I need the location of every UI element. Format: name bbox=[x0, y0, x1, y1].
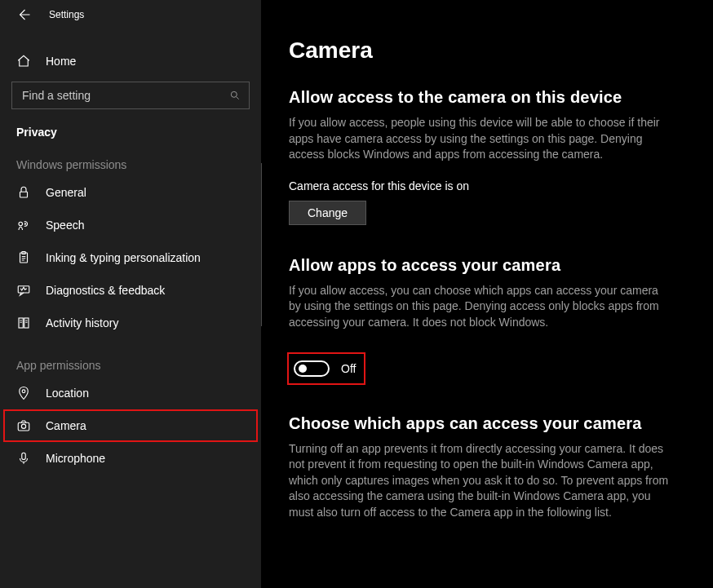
svg-rect-11 bbox=[22, 453, 26, 459]
sidebar-item-camera[interactable]: Camera bbox=[3, 409, 258, 442]
section-choose-apps-title: Choose which apps can access your camera bbox=[289, 414, 689, 433]
search-input[interactable] bbox=[20, 88, 229, 103]
section-device-access-desc: If you allow access, people using this d… bbox=[289, 115, 672, 163]
svg-rect-1 bbox=[20, 192, 28, 197]
home-icon bbox=[16, 54, 31, 69]
search-icon bbox=[229, 90, 241, 101]
group-app-permissions: App permissions bbox=[0, 339, 261, 377]
toggle-state-label: Off bbox=[341, 362, 356, 375]
titlebar: Settings bbox=[0, 0, 261, 29]
feedback-icon bbox=[16, 283, 31, 298]
toggle-knob bbox=[299, 365, 307, 373]
app-access-toggle[interactable] bbox=[294, 360, 330, 377]
svg-point-8 bbox=[22, 390, 25, 393]
back-icon[interactable] bbox=[16, 7, 31, 22]
speech-icon bbox=[16, 218, 31, 232]
sidebar-panel: Settings Home Privacy Windows permission… bbox=[0, 0, 261, 588]
home-nav[interactable]: Home bbox=[0, 46, 261, 77]
search-box[interactable] bbox=[11, 82, 250, 109]
lock-icon bbox=[16, 185, 31, 200]
location-icon bbox=[16, 386, 31, 400]
sidebar-current-section: Privacy bbox=[0, 109, 261, 139]
sidebar-item-inking[interactable]: Inking & typing personalization bbox=[0, 241, 261, 274]
microphone-icon bbox=[16, 451, 31, 466]
page-title: Camera bbox=[289, 38, 689, 64]
sidebar-item-label: Microphone bbox=[46, 452, 105, 465]
sidebar-item-label: Diagnostics & feedback bbox=[46, 284, 165, 297]
sidebar-item-speech[interactable]: Speech bbox=[0, 209, 261, 241]
home-label: Home bbox=[46, 55, 76, 68]
device-access-status: Camera access for this device is on bbox=[289, 179, 689, 192]
section-app-access-title: Allow apps to access your camera bbox=[289, 256, 689, 275]
sidebar-item-label: Location bbox=[46, 387, 89, 400]
content-panel: Camera Allow access to the camera on thi… bbox=[261, 0, 713, 588]
camera-icon bbox=[16, 418, 31, 433]
sidebar-item-label: Camera bbox=[46, 419, 86, 432]
sidebar-item-label: Speech bbox=[46, 219, 84, 232]
svg-point-0 bbox=[231, 91, 237, 97]
clipboard-icon bbox=[16, 250, 31, 265]
sidebar-item-label: Activity history bbox=[46, 316, 118, 329]
svg-point-2 bbox=[19, 222, 23, 226]
sidebar-item-label: General bbox=[46, 186, 86, 199]
scroll-indicator[interactable] bbox=[261, 163, 262, 326]
group-windows-permissions: Windows permissions bbox=[0, 139, 261, 176]
section-app-access-desc: If you allow access, you can choose whic… bbox=[289, 283, 672, 331]
sidebar-item-label: Inking & typing personalization bbox=[46, 251, 201, 264]
section-choose-apps-desc: Turning off an app prevents it from dire… bbox=[289, 441, 672, 521]
svg-rect-7 bbox=[24, 318, 29, 328]
sidebar-item-microphone[interactable]: Microphone bbox=[0, 442, 261, 475]
activity-history-icon bbox=[16, 316, 31, 330]
svg-point-10 bbox=[21, 424, 25, 428]
sidebar-item-diagnostics[interactable]: Diagnostics & feedback bbox=[0, 274, 261, 307]
sidebar-item-general[interactable]: General bbox=[0, 176, 261, 209]
section-device-access-title: Allow access to the camera on this devic… bbox=[289, 88, 689, 107]
app-access-toggle-row: Off bbox=[289, 354, 364, 383]
change-button[interactable]: Change bbox=[289, 201, 366, 225]
sidebar-item-activity[interactable]: Activity history bbox=[0, 307, 261, 339]
sidebar-item-location[interactable]: Location bbox=[0, 377, 261, 409]
svg-rect-6 bbox=[19, 318, 23, 328]
app-title: Settings bbox=[49, 9, 84, 20]
